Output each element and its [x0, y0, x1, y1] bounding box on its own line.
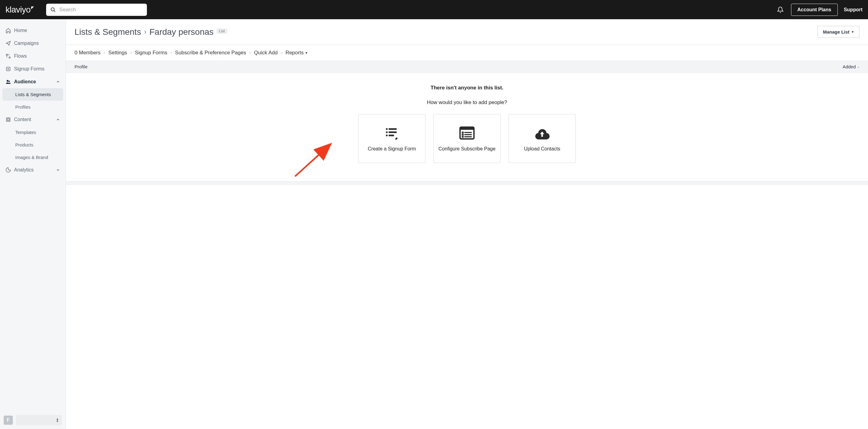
sidebar-item-signup-forms[interactable]: Signup Forms — [0, 63, 66, 75]
sidebar-item-label: Signup Forms — [14, 66, 44, 72]
chevron-up-icon — [56, 118, 60, 122]
chevron-down-icon: ⌄ — [857, 65, 860, 68]
svg-rect-14 — [389, 132, 397, 133]
svg-rect-9 — [6, 118, 10, 122]
sidebar-item-content[interactable]: Content — [0, 113, 66, 126]
svg-rect-24 — [464, 136, 472, 138]
card-label: Create a Signup Form — [368, 146, 416, 152]
card-label: Upload Contacts — [524, 146, 560, 152]
caret-down-icon: ▼ — [305, 51, 308, 55]
svg-point-2 — [6, 54, 8, 56]
manage-list-label: Manage List — [823, 29, 849, 34]
empty-state: There isn't anyone in this list. How wou… — [66, 73, 868, 182]
sidebar-subitem-label: Templates — [15, 130, 36, 135]
list-type-badge: List — [217, 28, 227, 34]
manage-list-button[interactable]: Manage List ▼ — [817, 26, 860, 38]
sidebar-subitem-lists-segments[interactable]: Lists & Segments — [2, 88, 63, 101]
sidebar-subitem-label: Products — [15, 142, 33, 147]
sidebar-subitem-products[interactable]: Products — [0, 138, 66, 151]
sidebar-subitem-label: Profiles — [15, 104, 31, 109]
sidebar-subitem-profiles[interactable]: Profiles — [0, 101, 66, 113]
caret-down-icon: ▼ — [851, 30, 854, 34]
page-header: Lists & Segments › Farday personas List … — [66, 19, 868, 45]
card-label: Configure Subscribe Page — [439, 146, 496, 152]
svg-rect-13 — [386, 132, 388, 133]
sidebar-account-switcher[interactable]: F ▲▼ — [0, 411, 66, 429]
svg-rect-21 — [462, 134, 463, 135]
audience-icon — [5, 79, 14, 85]
tab-members[interactable]: 0 Members — [74, 50, 100, 56]
logo-flag-icon: ◤ — [31, 5, 34, 10]
column-added-label: Added — [843, 64, 856, 69]
breadcrumb: Lists & Segments › Farday personas List — [74, 27, 227, 37]
svg-point-8 — [8, 80, 10, 82]
breadcrumb-root[interactable]: Lists & Segments — [74, 27, 141, 37]
sidebar-item-label: Home — [14, 28, 27, 33]
card-upload-contacts[interactable]: Upload Contacts — [508, 114, 576, 163]
sidebar-item-label: Audience — [14, 79, 36, 85]
sidebar-item-flows[interactable]: Flows — [0, 50, 66, 63]
chevron-up-icon — [56, 79, 60, 84]
sidebar-item-campaigns[interactable]: Campaigns — [0, 37, 66, 50]
svg-rect-4 — [6, 67, 10, 71]
svg-rect-16 — [389, 135, 394, 136]
svg-rect-10 — [7, 119, 9, 121]
sidebar-item-label: Campaigns — [14, 41, 39, 46]
content-icon — [5, 117, 14, 122]
tab-reports-label: Reports — [285, 50, 304, 56]
account-plans-button[interactable]: Account Plans — [791, 4, 838, 16]
search-icon — [51, 7, 56, 12]
analytics-icon — [5, 167, 14, 173]
sidebar-item-analytics[interactable]: Analytics — [0, 164, 66, 176]
column-profile: Profile — [74, 64, 88, 69]
logo[interactable]: klaviyo◤ — [5, 5, 34, 14]
tab-settings[interactable]: Settings — [108, 50, 127, 56]
empty-subtitle: How would you like to add people? — [66, 99, 868, 106]
empty-title: There isn't anyone in this list. — [66, 85, 868, 91]
card-configure-subscribe-page[interactable]: Configure Subscribe Page — [433, 114, 501, 163]
svg-rect-11 — [386, 128, 388, 130]
sidebar: Home Campaigns Flows Signup Forms Audien — [0, 19, 66, 429]
svg-rect-22 — [464, 134, 472, 135]
home-icon — [5, 28, 14, 33]
svg-rect-12 — [389, 128, 397, 130]
svg-rect-18 — [460, 127, 474, 130]
avatar: F — [4, 416, 13, 425]
sort-icon: ▲▼ — [56, 418, 59, 423]
chevron-right-icon: › — [144, 28, 146, 36]
svg-line-1 — [54, 10, 55, 12]
sidebar-subitem-label: Lists & Segments — [15, 92, 51, 97]
topbar: klaviyo◤ Account Plans Support — [0, 0, 868, 19]
cloud-upload-icon — [533, 125, 551, 141]
sidebar-item-label: Analytics — [14, 167, 34, 173]
svg-rect-23 — [462, 136, 463, 138]
section-divider — [66, 182, 868, 185]
search-input[interactable] — [60, 7, 143, 13]
form-icon — [5, 66, 14, 72]
svg-point-0 — [51, 8, 54, 11]
tab-reports[interactable]: Reports ▼ — [285, 50, 308, 56]
card-create-signup-form[interactable]: Create a Signup Form — [358, 114, 426, 163]
main-content: Lists & Segments › Farday personas List … — [66, 19, 868, 429]
column-added[interactable]: Added ⌄ — [843, 64, 860, 69]
sidebar-item-label: Content — [14, 117, 31, 122]
browser-page-icon — [459, 125, 475, 141]
sidebar-subitem-templates[interactable]: Templates — [0, 126, 66, 138]
sidebar-subitem-images-brand[interactable]: Images & Brand — [0, 151, 66, 164]
tab-signup-forms[interactable]: Signup Forms — [135, 50, 167, 56]
support-link[interactable]: Support — [844, 7, 863, 12]
sidebar-item-label: Flows — [14, 54, 27, 59]
notifications-icon[interactable] — [777, 6, 784, 13]
breadcrumb-current: Farday personas — [149, 27, 214, 37]
tab-quick-add[interactable]: Quick Add — [254, 50, 278, 56]
sidebar-item-audience[interactable]: Audience — [0, 75, 66, 88]
send-icon — [5, 41, 14, 46]
search-wrap[interactable] — [46, 4, 147, 16]
svg-point-3 — [9, 57, 10, 58]
account-picker[interactable]: ▲▼ — [16, 415, 62, 425]
table-header: Profile Added ⌄ — [66, 61, 868, 73]
logo-text: klaviyo — [5, 5, 31, 14]
tab-subscribe-pages[interactable]: Subscribe & Preference Pages — [175, 50, 246, 56]
sidebar-item-home[interactable]: Home — [0, 24, 66, 37]
flows-icon — [5, 54, 14, 59]
